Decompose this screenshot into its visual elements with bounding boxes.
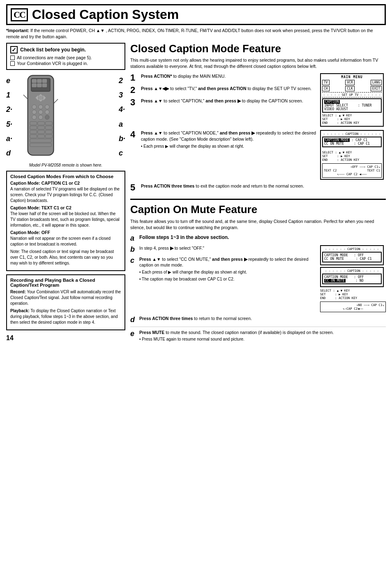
mute-end: END : ACTION KEY [320,296,386,300]
label-2r: 2 [119,77,125,85]
svg-rect-6 [37,84,42,87]
checklist-item-1: All connections are made (see page 5). [10,55,121,60]
recording-record: Record: Your Combination VCR will automa… [10,289,121,306]
svg-rect-29 [38,130,45,134]
step-c-content: Press ▲▼ to select "CC ON MUTE," and the… [139,256,317,282]
label-ar: a [119,120,125,129]
caption-section: CAPTION INPUT SELECT : TUNER VIDEO ADJUS… [322,98,382,113]
svg-point-19 [32,115,37,120]
step-4-main: 4 Press ▲▼ to select "CAPTION MODE," and… [130,130,317,180]
step-3-content: Press ▲▼ to select "CAPTION," and then p… [141,98,317,104]
label-a: a· [6,135,12,143]
svg-rect-3 [37,79,42,83]
recording-playback: Playback: To display the Closed Caption … [10,308,121,325]
main-menu-diagram: MAIN MENU TV VCR LANG CH CLK EXIT - - - … [320,73,386,127]
page-title: Closed Caption System [32,7,179,22]
mute-cycle-diagram: →NO ——→ CAP C1↘ ↖—CAP C2◀—— [320,302,386,312]
step-1: 1 Press ACTION* to display the MAIN MENU… [130,73,317,82]
select-info: SELECT : ▲ ▼ KEY [322,114,382,117]
caption-off-subtitle: Caption Mode: OFF [10,230,121,235]
step-c: c Press ▲▼ to select "CC ON MUTE," and t… [130,256,317,282]
caption-text-subtitle: Caption Mode: TEXT C1 or C2 [10,205,121,210]
svg-rect-25 [30,126,37,129]
step-5: 5 Press ACTION three times to exit the c… [130,183,386,192]
remote-image [14,73,117,160]
checkbox-1 [10,56,15,60]
step-4-bullet: Each press ▶ will change the display as … [141,144,317,149]
label-cr: c [119,149,125,158]
svg-rect-31 [30,135,37,138]
svg-rect-5 [32,84,37,87]
label-1: 1 [6,91,12,100]
svg-point-12 [39,96,43,100]
feature-intro: This multi-use system not only allows th… [130,57,386,69]
mute-intro: This feature allows you to turn off the … [130,218,386,230]
record-label: Record: [10,290,26,294]
step-c-letter: c [130,256,137,265]
mute-caption-bottom: - - - - - - CAPTION - - - - - CAPTION MO… [320,267,384,287]
step-b-letter: b [130,245,137,254]
checkbox-2 [10,61,15,66]
exit-icon: EXIT [371,86,382,91]
checkmark-icon: ✓ [10,46,18,53]
mute-cycle-top: →NO ——→ CAP C1↘ [322,303,384,307]
svg-rect-32 [38,135,45,138]
caption-note: Note: The closed caption or text signal … [10,249,121,266]
step-1-area: 1 Press ACTION* to display the MAIN MENU… [130,73,386,127]
playback-label: Playback: [10,309,30,313]
mute-caption-bottom-section: CAPTION MODE : OFF CC ON MUTE : NO [322,274,382,284]
svg-rect-33 [46,135,53,138]
label-5: 5· [6,120,12,129]
caption-mode-label: CAPTION MODE [324,138,350,142]
caption-c1c2-subtitle: Caption Mode: CAPTION C1 or C2 [10,181,121,186]
step-b: b In step 4, press ▶ to select "OFF." [130,245,317,254]
step-4-content: Press ▲▼ to select "CAPTION MODE," and t… [141,130,317,149]
clock-icon: CLK [345,86,354,91]
mute-caption-bottom-title: - - - - - - CAPTION - - - - - [322,269,382,273]
step-2-number: 2 [130,86,138,95]
caption-title: - - - - - - CAPTION - - - - - - [322,132,382,136]
record-text: Your Combination VCR will automatically … [10,290,121,306]
svg-line-37 [54,99,58,104]
mute-diagrams: - - - - - - CAPTION - - - - - CAPTION MO… [320,245,386,312]
step-5-number: 5 [130,183,138,192]
step-1-main: 1 Press ACTION* to display the MAIN MENU… [130,73,317,127]
svg-rect-2 [32,79,37,83]
text-c2: TEXT C2 [324,169,337,172]
mute-cycle-bottom: ↖—CAP C2◀—— [322,307,384,311]
cycle-mid: TEXT C2 TEXT C1 [324,169,380,172]
caption-mode-section: CAPTION MODE : CAP C1 CC ON MUTE : CAP C… [322,137,382,147]
input-select: INPUT SELECT : TUNER [324,104,380,107]
mute-caption-top-section: CAPTION MODE : OFF CC ON MUTE : CAP C1 [322,252,382,262]
step-4-number: 4 [130,130,138,139]
main-menu-box: MAIN MENU TV VCR LANG CH CLK EXIT - - - … [320,73,384,127]
svg-rect-7 [42,84,47,87]
ch-icon: CH [322,86,330,91]
mute-caption-top: - - - - - - CAPTION - - - - - CAPTION MO… [320,245,384,265]
step-a: a Follow steps 1~3 in the above section. [130,234,386,243]
label-e: e [6,77,12,85]
remote-model-text: Model PV-M2058 remote is shown here. [6,163,125,167]
step-4: 4 Press ▲▼ to select "CAPTION MODE," and… [130,130,317,149]
step-e: e Press MUTE to mute the sound. The clos… [130,327,386,343]
mute-mode-bottom: CAPTION MODE : OFF [324,275,380,279]
svg-rect-4 [42,79,47,83]
important-label: *Important: [6,28,29,33]
end-info-2: END : ACTION KEY [322,158,382,162]
important-notice: *Important: If the remote control POWER,… [6,28,386,39]
page-header: CC Closed Caption System [6,4,386,25]
svg-point-21 [45,115,50,120]
svg-rect-22 [30,122,37,125]
mute-set: SET : ▶ KEY [320,292,386,296]
mute-select: SELECT : ▲ ▼ KEY [320,289,386,292]
step-bc-main: b In step 4, press ▶ to select "OFF." c … [130,245,317,312]
step-a-letter: a [130,234,137,243]
step-5-content: Press ACTION three times to exit the cap… [141,183,386,189]
cc-mute-highlight: CC ON MUTE [324,279,346,283]
caption-highlight: CAPTION [324,100,340,104]
video-adjust: VIDEO ADJUST [324,107,380,111]
caption-off-text: Narration will not appear on the screen … [10,236,121,247]
recording-title: Recording and Playing Back a Closed Capt… [10,278,121,288]
step-b-content: In step 4, press ▶ to select "OFF." [139,245,317,251]
step-c-bullet2: The caption may be broadcast over CAP C1… [139,276,317,282]
